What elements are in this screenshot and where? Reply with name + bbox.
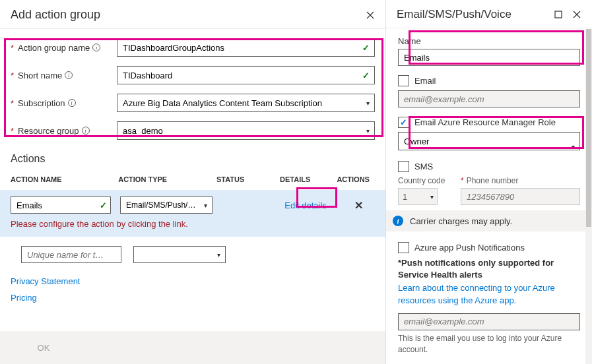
- arm-role-select[interactable]: Owner: [398, 132, 580, 150]
- label-phone: Phone number: [467, 176, 519, 185]
- add-action-group-panel: Add action group * Action group namei ✓ …: [0, 0, 386, 364]
- short-name-input[interactable]: [117, 66, 375, 84]
- scrollbar[interactable]: [585, 29, 592, 364]
- ok-button[interactable]: OK: [11, 339, 77, 356]
- close-icon[interactable]: [572, 10, 581, 19]
- info-icon[interactable]: i: [82, 127, 90, 135]
- arm-role-checkbox[interactable]: [398, 117, 409, 128]
- country-code-select[interactable]: 1: [398, 188, 438, 205]
- close-icon[interactable]: [366, 11, 375, 20]
- svg-rect-0: [555, 11, 562, 18]
- label-resource-group: Resource group: [18, 126, 79, 136]
- valid-check-icon: ✓: [100, 200, 107, 210]
- required-asterisk: *: [11, 43, 14, 53]
- remove-action-icon[interactable]: ✕: [354, 200, 363, 211]
- info-icon[interactable]: i: [65, 71, 73, 79]
- info-icon: i: [393, 216, 403, 226]
- resource-group-select[interactable]: asa_demo: [117, 121, 375, 140]
- push-checkbox[interactable]: [398, 242, 409, 253]
- name-input[interactable]: [398, 49, 580, 66]
- valid-check-icon: ✓: [362, 71, 370, 80]
- info-icon[interactable]: i: [92, 44, 100, 51]
- actions-heading: Actions: [0, 149, 385, 171]
- email-input[interactable]: [398, 90, 580, 107]
- label-short-name: Short name: [18, 71, 62, 80]
- col-action-name: ACTION NAME: [11, 175, 118, 183]
- email-sms-push-voice-panel: Email/SMS/Push/Voice Name Email Email Az…: [386, 0, 592, 364]
- privacy-link[interactable]: Privacy Statement: [11, 276, 375, 286]
- pricing-link[interactable]: Pricing: [11, 293, 375, 303]
- subscription-select[interactable]: Azure Big Data Analytics Content Team Su…: [117, 94, 375, 112]
- email-checkbox[interactable]: [398, 75, 409, 86]
- col-action-type: ACTION TYPE: [118, 175, 216, 183]
- configure-warning: Please configure the action by clicking …: [0, 214, 385, 229]
- label-push: Azure app Push Notifications: [414, 243, 525, 253]
- edit-details-link[interactable]: Edit details: [284, 200, 327, 210]
- scrollbar-thumb[interactable]: [586, 29, 591, 227]
- label-country-code: Country code: [398, 176, 454, 185]
- col-status: STATUS: [216, 175, 280, 183]
- left-panel-title: Add action group: [11, 8, 366, 22]
- label-email: Email: [414, 76, 436, 86]
- right-panel-title: Email/SMS/Push/Voice: [397, 8, 554, 21]
- carrier-info-banner: i Carrier charges may apply.: [386, 210, 592, 231]
- label-name: Name: [398, 36, 580, 46]
- label-action-group-name: Action group name: [18, 43, 90, 53]
- push-helper-text: This is the email you use to log into yo…: [398, 333, 580, 355]
- sms-checkbox[interactable]: [398, 161, 409, 172]
- push-email-input[interactable]: [398, 313, 580, 330]
- col-actions: ACTIONS: [337, 175, 375, 183]
- new-action-type-select[interactable]: [133, 246, 226, 263]
- label-sms: SMS: [414, 162, 433, 171]
- push-learn-link[interactable]: Learn about the connecting to your Azure…: [398, 282, 580, 306]
- action-type-select[interactable]: Email/SMS/Push/V...: [120, 197, 213, 214]
- label-subscription: Subscription: [18, 98, 65, 108]
- action-row-selected: ✓ Email/SMS/Push/V... ▾ Edit details ✕ P…: [0, 190, 385, 237]
- label-arm-role: Email Azure Resource Manager Role: [414, 117, 556, 127]
- action-group-name-input[interactable]: [117, 38, 375, 57]
- valid-check-icon: ✓: [362, 43, 370, 53]
- info-icon[interactable]: i: [68, 99, 76, 107]
- phone-input[interactable]: [461, 188, 580, 205]
- restore-window-icon[interactable]: [554, 10, 563, 19]
- new-action-name-input[interactable]: [21, 246, 121, 263]
- push-note: *Push notifications only supported for S…: [398, 257, 580, 281]
- col-details: DETAILS: [280, 175, 337, 183]
- action-name-input[interactable]: [11, 197, 111, 214]
